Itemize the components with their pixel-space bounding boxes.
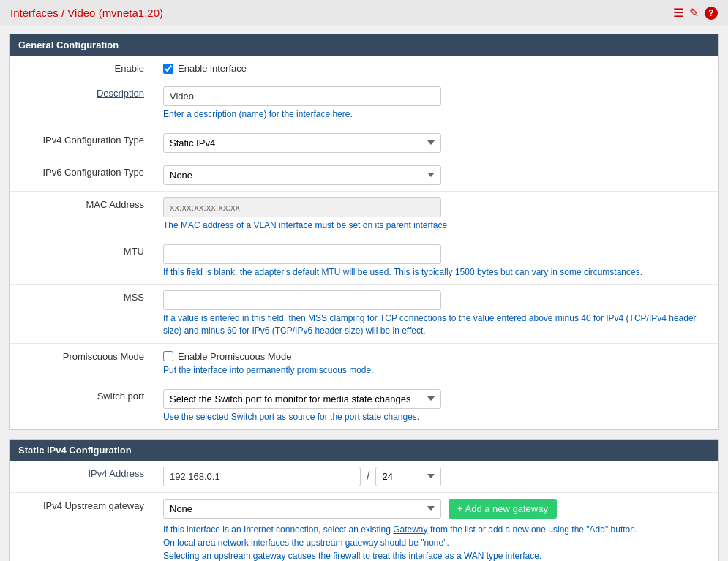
switch-port-label: Switch port — [97, 391, 144, 402]
general-config-table: Enable Enable interface Description Ente… — [10, 56, 718, 429]
ipv4-address-label: IPv4 Address — [88, 468, 144, 479]
gateway-help-line-2: On local area network interfaces the ups… — [163, 536, 711, 549]
mss-help: If a value is entered in this field, the… — [163, 312, 711, 337]
ipv6-config-type-label: IPv6 Configuration Type — [42, 167, 144, 178]
promiscuous-checkbox-label: Enable Promiscuous Mode — [178, 351, 291, 362]
chart-icon[interactable]: ✎ — [689, 6, 699, 20]
enable-checkbox-label: Enable interface — [178, 63, 247, 74]
enable-label: Enable — [115, 63, 144, 74]
ipv6-config-type-row: IPv6 Configuration Type None DHCP6 Stati… — [10, 159, 718, 191]
mtu-row: MTU If this field is blank, the adapter'… — [10, 238, 718, 285]
gateway-help-line-1: If this interface is an Internet connect… — [163, 523, 711, 536]
description-label: Description — [97, 88, 144, 99]
promiscuous-checkbox[interactable] — [163, 351, 173, 361]
enable-checkbox-row: Enable interface — [163, 61, 711, 74]
add-gateway-button[interactable]: + Add a new gateway — [449, 499, 557, 519]
ipv4-address-row: IPv4 Address / 24 25 26 27 28 29 30 — [10, 461, 718, 493]
ipv4-upstream-gateway-row: IPv4 Upstream gateway None + Add a new g… — [10, 492, 718, 561]
description-input[interactable] — [163, 86, 441, 106]
ipv4-address-input[interactable] — [163, 467, 361, 486]
header-icons: ☰ ✎ ? — [673, 6, 718, 20]
switch-port-row: Switch port Select the Switch port to mo… — [10, 383, 718, 429]
promiscuous-mode-row: Promiscuous Mode Enable Promiscuous Mode… — [10, 343, 718, 383]
equalizer-icon[interactable]: ☰ — [673, 6, 683, 20]
breadcrumb-current: Video (mvneta1.20) — [64, 7, 163, 19]
wan-link[interactable]: WAN type interface — [464, 551, 539, 561]
gateway-input-row: None + Add a new gateway — [163, 499, 711, 519]
static-ipv4-header: Static IPv4 Configuration — [10, 440, 718, 461]
mac-address-row: MAC Address The MAC address of a VLAN in… — [10, 191, 718, 238]
static-ipv4-table: IPv4 Address / 24 25 26 27 28 29 30 — [10, 461, 718, 561]
mss-row: MSS If a value is entered in this field,… — [10, 285, 718, 344]
mac-address-label: MAC Address — [86, 199, 144, 210]
gateway-link[interactable]: Gateway — [393, 524, 427, 535]
enable-row: Enable Enable interface — [10, 56, 718, 80]
general-config-section: General Configuration Enable Enable inte… — [9, 34, 719, 430]
description-row: Description Enter a description (name) f… — [10, 80, 718, 127]
ipv4-config-type-row: IPv4 Configuration Type Static IPv4 DHCP… — [10, 127, 718, 159]
mac-address-input — [163, 197, 441, 217]
gateway-help-line-3: Selecting an upstream gateway causes the… — [163, 549, 711, 561]
ipv4-upstream-gateway-label: IPv4 Upstream gateway — [43, 500, 144, 511]
mss-label: MSS — [124, 292, 144, 303]
switch-port-help: Use the selected Switch port as source f… — [163, 411, 711, 423]
mtu-help: If this field is blank, the adapter's de… — [163, 266, 711, 279]
mtu-label: MTU — [124, 246, 144, 257]
static-ipv4-section: Static IPv4 Configuration IPv4 Address /… — [9, 439, 719, 561]
help-icon[interactable]: ? — [705, 7, 718, 20]
slash-separator: / — [367, 470, 369, 483]
description-help: Enter a description (name) for the inter… — [163, 108, 711, 121]
general-config-header: General Configuration — [10, 34, 718, 56]
mtu-input[interactable] — [163, 244, 441, 264]
ipv6-config-type-select[interactable]: None DHCP6 Static IPv6 Track Interface — [163, 165, 441, 185]
ipv4-config-type-label: IPv4 Configuration Type — [42, 135, 144, 146]
enable-checkbox[interactable] — [163, 64, 173, 74]
breadcrumb-prefix: Interfaces / — [10, 7, 64, 19]
main-content: General Configuration Enable Enable inte… — [0, 26, 728, 561]
promiscuous-checkbox-row: Enable Promiscuous Mode — [163, 350, 711, 362]
mss-input[interactable] — [163, 290, 441, 310]
promiscuous-mode-label: Promiscuous Mode — [63, 351, 144, 362]
ipv4-config-type-select[interactable]: Static IPv4 DHCP None — [163, 133, 441, 153]
top-bar: Interfaces / Video (mvneta1.20) ☰ ✎ ? — [0, 0, 728, 26]
switch-port-select[interactable]: Select the Switch port to monitor for me… — [163, 389, 441, 409]
promiscuous-help: Put the interface into permanently promi… — [163, 364, 711, 377]
cidr-select[interactable]: 24 25 26 27 28 29 30 31 32 23 22 16 — [375, 467, 441, 486]
ipv4-address-input-row: / 24 25 26 27 28 29 30 31 32 23 2 — [163, 467, 711, 486]
ipv4-upstream-gateway-select[interactable]: None — [163, 499, 441, 519]
mac-address-help: The MAC address of a VLAN interface must… — [163, 219, 711, 232]
breadcrumb: Interfaces / Video (mvneta1.20) — [10, 7, 163, 19]
gateway-help-block: If this interface is an Internet connect… — [163, 523, 711, 561]
